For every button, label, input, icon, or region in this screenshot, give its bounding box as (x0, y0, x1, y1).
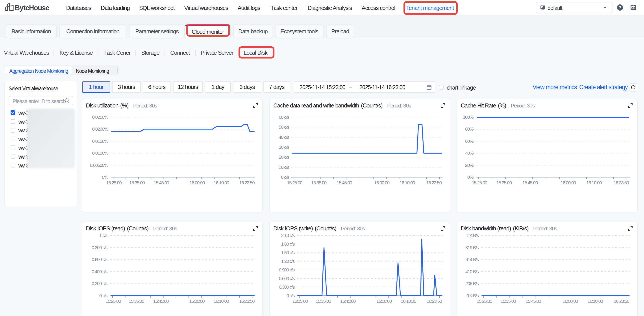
svg-text:15:45:00: 15:45:00 (337, 180, 352, 185)
svg-text:80%: 80% (465, 126, 474, 131)
svg-text:16:23:50: 16:23:50 (614, 180, 629, 185)
svg-text:0.600 c/s: 0.600 c/s (279, 276, 295, 281)
svg-text:15:45:00: 15:45:00 (153, 298, 169, 304)
svg-text:15:25:00: 15:25:00 (106, 180, 122, 185)
svg-text:15:35:00: 15:35:00 (129, 298, 144, 304)
svg-text:0 c/s: 0 c/s (286, 293, 295, 298)
svg-text:0.0100%: 0.0100% (92, 150, 108, 155)
svg-text:30 c/s: 30 c/s (279, 144, 290, 150)
svg-text:16:23:50: 16:23:50 (426, 180, 442, 185)
svg-text:0%: 0% (467, 175, 474, 180)
svg-text:15:25:00: 15:25:00 (477, 298, 492, 304)
svg-text:16:00:00: 16:00:00 (189, 298, 204, 304)
svg-text:16:10:00: 16:10:00 (401, 298, 416, 304)
svg-text:0 c/s: 0 c/s (281, 175, 289, 180)
svg-text:614 B/s: 614 B/s (466, 257, 479, 262)
svg-text:1 KiB/s: 1 KiB/s (466, 233, 479, 238)
svg-text:1.20 c/s: 1.20 c/s (281, 259, 295, 264)
svg-text:0.300 c/s: 0.300 c/s (279, 284, 295, 289)
svg-text:10 c/s: 10 c/s (279, 165, 290, 170)
svg-text:50 c/s: 50 c/s (279, 124, 290, 129)
svg-text:15:45:00: 15:45:00 (522, 180, 538, 185)
svg-text:0.0150%: 0.0150% (92, 138, 108, 144)
svg-text:15:25:00: 15:25:00 (472, 180, 487, 185)
svg-text:410 B/s: 410 B/s (466, 269, 479, 274)
svg-text:15:35:00: 15:35:00 (129, 180, 145, 185)
svg-text:16:00:00: 16:00:00 (562, 298, 578, 304)
svg-text:15:35:00: 15:35:00 (316, 298, 331, 304)
svg-text:15:25:00: 15:25:00 (292, 298, 308, 304)
svg-text:0.200 c/s: 0.200 c/s (92, 281, 108, 286)
svg-text:0.400 c/s: 0.400 c/s (92, 269, 108, 274)
svg-text:20%: 20% (465, 163, 474, 168)
svg-text:16:23:50: 16:23:50 (426, 298, 442, 304)
svg-text:2.10 c/s: 2.10 c/s (281, 233, 295, 238)
svg-text:0.900 c/s: 0.900 c/s (279, 267, 295, 272)
svg-text:60 c/s: 60 c/s (279, 114, 290, 120)
svg-text:0%: 0% (102, 175, 108, 180)
svg-text:15:35:00: 15:35:00 (496, 180, 512, 185)
svg-text:0.600 c/s: 0.600 c/s (92, 257, 108, 262)
svg-text:0 KiB/s: 0 KiB/s (466, 293, 479, 298)
svg-text:1.50 c/s: 1.50 c/s (281, 250, 295, 255)
svg-text:40 c/s: 40 c/s (279, 135, 290, 140)
svg-text:15:25:00: 15:25:00 (106, 298, 121, 304)
svg-text:0.00500%: 0.00500% (90, 163, 108, 168)
svg-text:1 c/s: 1 c/s (99, 233, 108, 238)
svg-text:16:00:00: 16:00:00 (376, 298, 392, 304)
svg-text:16:23:50: 16:23:50 (239, 180, 254, 185)
svg-text:0 c/s: 0 c/s (99, 293, 108, 298)
svg-text:0.800 c/s: 0.800 c/s (92, 245, 108, 250)
svg-text:100%: 100% (463, 114, 474, 120)
svg-text:16:00:00: 16:00:00 (190, 180, 205, 185)
svg-text:15:35:00: 15:35:00 (500, 298, 516, 304)
svg-text:0.0250%: 0.0250% (92, 114, 108, 120)
svg-text:20 c/s: 20 c/s (279, 154, 290, 160)
svg-text:40%: 40% (465, 150, 474, 155)
svg-text:16:10:00: 16:10:00 (400, 180, 415, 185)
svg-text:1.80 c/s: 1.80 c/s (281, 241, 295, 246)
svg-text:15:45:00: 15:45:00 (154, 180, 169, 185)
svg-text:16:00:00: 16:00:00 (560, 180, 576, 185)
svg-text:16:10:00: 16:10:00 (588, 298, 603, 304)
svg-text:0.0200%: 0.0200% (92, 126, 108, 131)
svg-text:15:45:00: 15:45:00 (340, 298, 356, 304)
svg-text:205 B/s: 205 B/s (466, 281, 479, 286)
svg-text:15:35:00: 15:35:00 (311, 180, 327, 185)
svg-text:16:10:00: 16:10:00 (214, 180, 229, 185)
svg-text:16:23:50: 16:23:50 (239, 298, 254, 304)
svg-text:16:10:00: 16:10:00 (214, 298, 229, 304)
svg-text:16:00:00: 16:00:00 (374, 180, 390, 185)
svg-text:60%: 60% (465, 138, 474, 144)
svg-text:15:45:00: 15:45:00 (526, 298, 541, 304)
svg-text:819 B/s: 819 B/s (466, 245, 479, 250)
svg-text:15:25:00: 15:25:00 (287, 180, 302, 185)
svg-text:16:23:50: 16:23:50 (614, 298, 629, 304)
svg-text:16:10:00: 16:10:00 (586, 180, 602, 185)
